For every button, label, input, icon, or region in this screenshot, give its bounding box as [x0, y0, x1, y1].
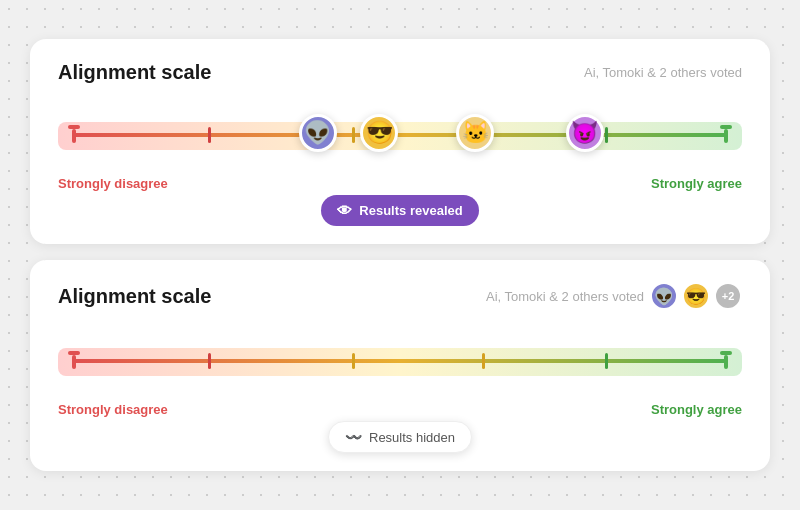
tick-2-3: [482, 353, 485, 369]
card-title-2: Alignment scale: [58, 285, 211, 308]
tick-2-2: [352, 353, 355, 369]
scale-track-1: 👽 😎 🐱 😈: [58, 108, 742, 168]
scale-labels-1: Strongly disagree Strongly agree: [58, 176, 742, 191]
emoji-4: 😈: [566, 114, 604, 152]
avatars-row: 👽 😎 +2: [650, 282, 742, 310]
tick-2: [352, 127, 355, 143]
scale-line-2: [74, 359, 726, 363]
left-cap-v-2: [72, 355, 76, 369]
header-right-2: Ai, Tomoki & 2 others voted 👽 😎 +2: [486, 282, 742, 310]
avatar-count: +2: [714, 282, 742, 310]
scale-track-2: [58, 334, 742, 394]
right-end-cap-2: [720, 351, 732, 369]
avatar-1: 👽: [650, 282, 678, 310]
emoji-2: 😎: [360, 114, 398, 152]
left-end-cap: [68, 125, 80, 143]
tick-2-4: [605, 353, 608, 369]
scale-line-1: [74, 133, 726, 137]
badge-hidden-label: Results hidden: [369, 430, 455, 445]
avatar-2: 😎: [682, 282, 710, 310]
eye-icon: 👁: [337, 202, 352, 219]
voters-label-1: Ai, Tomoki & 2 others voted: [584, 65, 742, 80]
badge-revealed-label: Results revealed: [359, 203, 462, 218]
emoji-3: 🐱: [456, 114, 494, 152]
scale-container-1: 👽 😎 🐱 😈 Strongly disagree Strongly agree…: [58, 98, 742, 226]
right-end-cap: [720, 125, 732, 143]
card-header-1: Alignment scale Ai, Tomoki & 2 others vo…: [58, 61, 742, 84]
label-agree-1: Strongly agree: [651, 176, 742, 191]
label-disagree-1: Strongly disagree: [58, 176, 168, 191]
right-cap-v: [724, 129, 728, 143]
label-disagree-2: Strongly disagree: [58, 402, 168, 417]
scale-labels-2: Strongly disagree Strongly agree: [58, 402, 742, 417]
voters-label-2: Ai, Tomoki & 2 others voted: [486, 289, 644, 304]
card-revealed: Alignment scale Ai, Tomoki & 2 others vo…: [30, 39, 770, 244]
tick-4: [605, 127, 608, 143]
card-title-1: Alignment scale: [58, 61, 211, 84]
hide-icon: 〰️: [345, 429, 362, 445]
right-cap-v-2: [724, 355, 728, 369]
badge-container-2: 〰️ Results hidden: [58, 421, 742, 453]
results-hidden-badge[interactable]: 〰️ Results hidden: [328, 421, 472, 453]
scale-container-2: Strongly disagree Strongly agree 〰️ Resu…: [58, 324, 742, 453]
left-end-cap-2: [68, 351, 80, 369]
card-hidden: Alignment scale Ai, Tomoki & 2 others vo…: [30, 260, 770, 471]
results-revealed-badge[interactable]: 👁 Results revealed: [321, 195, 478, 226]
emoji-1: 👽: [299, 114, 337, 152]
left-cap-v: [72, 129, 76, 143]
badge-container-1: 👁 Results revealed: [58, 195, 742, 226]
label-agree-2: Strongly agree: [651, 402, 742, 417]
card-header-2: Alignment scale Ai, Tomoki & 2 others vo…: [58, 282, 742, 310]
